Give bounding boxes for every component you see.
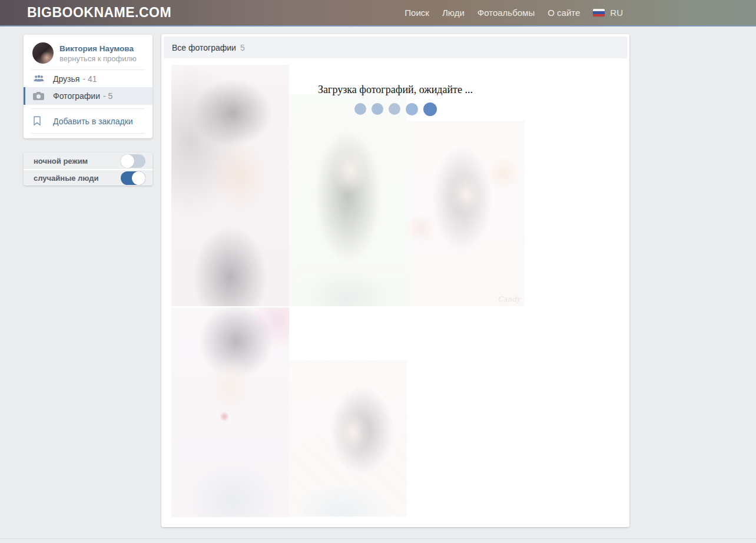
avatar[interactable] [32,42,54,64]
page-title: Все фотографии [172,43,236,52]
photo-thumbnail[interactable]: Candy [407,121,525,306]
toggle-knob [132,171,145,185]
random-people-row[interactable]: случайные люди [24,169,152,186]
photo-thumbnail[interactable] [289,94,407,306]
nav-item-photoalbums[interactable]: Фотоальбомы [478,8,535,18]
loading-text: Загрузка фотографий, ожидайте ... [161,84,629,96]
photo-thumbnail[interactable] [289,360,407,516]
photos-count: - 5 [103,91,112,101]
nav-item-people[interactable]: Люди [442,8,465,18]
sidebar-item-photos[interactable]: Фотографии - 5 [24,87,152,105]
toggle-knob [121,154,134,168]
sidebar-item-label: Добавить в закладки [53,117,133,126]
language-selector[interactable]: RU [593,8,623,18]
toggle-switch[interactable] [121,171,145,185]
photos-panel-header: Все фотографии 5 [164,37,627,58]
camera-icon [33,92,45,100]
night-mode-label: ночной режим [34,157,121,165]
loader-dot [372,103,383,115]
profile-text: Виктория Наумова вернуться к профилю [59,42,137,64]
loading-indicator: Загрузка фотографий, ожидайте ... [161,84,629,116]
sidebar-item-add-bookmark[interactable]: Добавить в закладки [24,112,152,130]
sidebar-item-label: Фотографии [53,91,100,101]
back-to-profile-link[interactable]: вернуться к профилю [59,54,137,64]
sidebar-item-friends[interactable]: Друзья - 41 [24,70,152,87]
top-header: BIGBOOKNAME.COM Поиск Люди Фотоальбомы О… [0,0,756,27]
random-people-label: случайные люди [34,174,121,183]
top-navigation: Поиск Люди Фотоальбомы О сайте RU [404,0,623,25]
loader-dot [354,103,366,115]
site-logo[interactable]: BIGBOOKNAME.COM [27,5,171,21]
profile-name[interactable]: Виктория Наумова [59,44,137,54]
sidebar-toggles-card: ночной режим случайные люди [24,153,152,186]
photos-total-count: 5 [240,43,245,52]
night-mode-row[interactable]: ночной режим [24,153,152,169]
russia-flag-icon [593,9,605,16]
photo-thumbnail[interactable] [171,307,289,517]
loader-dot [389,103,400,115]
divider [31,133,145,134]
friends-icon [33,75,45,82]
loader-dot [423,102,437,116]
photo-watermark: Candy [498,295,520,303]
nav-item-about[interactable]: О сайте [548,8,580,18]
toggle-switch[interactable] [121,154,145,168]
sidebar-profile-card: Виктория Наумова вернуться к профилю Дру… [24,35,152,138]
nav-item-search[interactable]: Поиск [404,8,429,18]
friends-count: - 41 [82,74,97,84]
language-code: RU [610,8,623,18]
profile-link[interactable]: Виктория Наумова вернуться к профилю [24,35,152,69]
footer-divider [0,538,756,539]
loading-dots [161,102,629,116]
bookmark-icon [33,116,45,126]
sidebar-item-label: Друзья [53,74,79,84]
loader-dot [406,103,418,115]
sidebar-menu: Друзья - 41 Фотографии - 5 Добавить в за… [24,70,152,138]
photos-panel: Все фотографии 5 Загрузка фотографий, ож… [161,34,629,527]
